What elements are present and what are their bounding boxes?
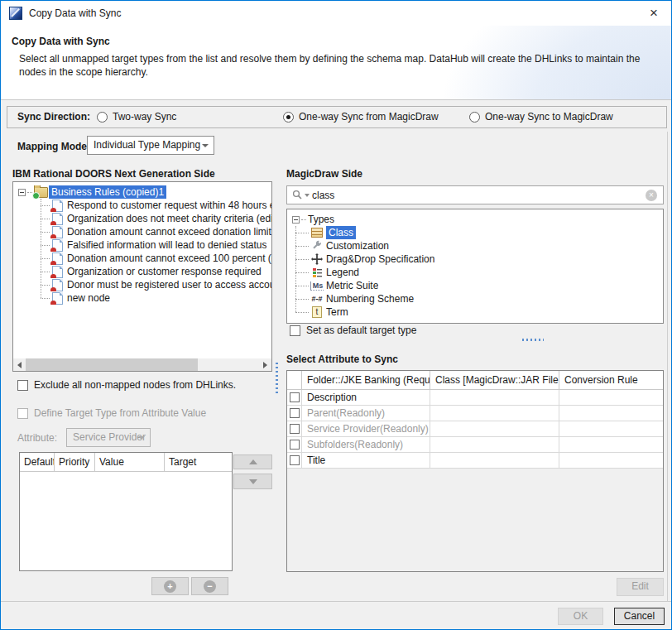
ok-button[interactable]: OK: [558, 608, 603, 625]
checkbox-icon[interactable]: [290, 408, 300, 418]
tree-node-label[interactable]: Legend: [326, 267, 359, 278]
clear-search-icon[interactable]: ×: [646, 190, 657, 201]
splitter-handle-vertical[interactable]: [276, 363, 278, 394]
tree-node-customization[interactable]: Customization: [287, 239, 663, 252]
tree-node[interactable]: Donation amount cannot exceed donation l…: [13, 225, 271, 238]
checkbox-icon[interactable]: [290, 440, 300, 450]
table-row[interactable]: Description: [287, 390, 663, 406]
column-header[interactable]: Folder::/JKE Banking (Requi...: [302, 371, 430, 390]
tree-node-metric-suite[interactable]: Ms Metric Suite: [287, 279, 663, 292]
horizontal-scrollbar[interactable]: [13, 358, 271, 371]
checkbox-icon[interactable]: [290, 424, 300, 434]
column-header[interactable]: Default: [20, 453, 55, 472]
scroll-right-icon[interactable]: [259, 358, 271, 371]
tree-node-label[interactable]: Donation amount cannot exceed 100 percen…: [67, 252, 271, 264]
radio-one-way-to-magicdraw[interactable]: One-way Sync to MagicDraw: [469, 111, 613, 123]
tree-node[interactable]: new node: [13, 291, 271, 305]
attribute-name[interactable]: Parent(Readonly): [302, 406, 430, 421]
tree-node-label-selected[interactable]: Class: [326, 226, 356, 239]
tree-node-numbering-scheme[interactable]: #-# Numbering Scheme: [287, 292, 663, 305]
conversion-rule[interactable]: [559, 437, 663, 453]
doors-tree[interactable]: Business Rules (copied)1 Respond to cust…: [12, 181, 272, 372]
tree-node-label[interactable]: Organization does not meet charity crite…: [67, 213, 271, 224]
conversion-rule[interactable]: [559, 390, 663, 406]
mapped-attribute[interactable]: [430, 390, 559, 406]
checkbox-icon[interactable]: [290, 392, 300, 402]
tree-node-class[interactable]: Class: [287, 226, 663, 239]
mapped-attribute[interactable]: [430, 453, 559, 469]
column-header[interactable]: Priority: [55, 453, 95, 472]
radio-icon[interactable]: [469, 112, 480, 123]
tree-node-types-root[interactable]: Types: [287, 213, 663, 226]
tree-node-label[interactable]: Drag&Drop Specification: [326, 253, 434, 265]
search-options-caret-icon[interactable]: [305, 194, 310, 197]
checkbox-icon[interactable]: [290, 455, 300, 465]
move-down-button[interactable]: [233, 474, 272, 489]
tree-node-legend[interactable]: Legend: [287, 266, 663, 279]
move-up-button[interactable]: [233, 454, 272, 469]
table-row[interactable]: Service Provider(Readonly): [287, 421, 663, 437]
tree-node-dragdrop[interactable]: Drag&Drop Specification: [287, 252, 663, 266]
tree-node-root[interactable]: Business Rules (copied)1: [13, 185, 271, 199]
tree-node-label[interactable]: Numbering Scheme: [326, 293, 414, 305]
close-icon[interactable]: ×: [643, 3, 665, 23]
search-icon[interactable]: [292, 190, 310, 200]
tree-node[interactable]: Organization or customer response requir…: [13, 265, 271, 278]
table-row[interactable]: Title: [287, 453, 663, 469]
mapped-attribute[interactable]: [430, 406, 559, 421]
types-tree[interactable]: Types Class Customization Drag&Drop Spec: [286, 209, 664, 324]
set-default-target-checkbox[interactable]: Set as default target type: [290, 325, 416, 336]
remove-row-button[interactable]: −: [191, 577, 228, 595]
conversion-rule[interactable]: [559, 406, 663, 421]
column-header[interactable]: Target: [165, 453, 232, 472]
column-header[interactable]: Value: [95, 453, 165, 472]
column-header[interactable]: Conversion Rule: [559, 371, 663, 390]
scroll-left-icon[interactable]: [13, 358, 26, 371]
attribute-sync-table[interactable]: Folder::/JKE Banking (Requi... Class [Ma…: [286, 370, 664, 572]
title-bar[interactable]: Copy Data with Sync ×: [1, 1, 671, 26]
tree-node-label[interactable]: Metric Suite: [326, 280, 378, 291]
checkbox-icon[interactable]: [17, 380, 28, 391]
tree-node-label[interactable]: new node: [67, 292, 110, 304]
tree-node-label[interactable]: Donor must be registered user to access …: [67, 279, 271, 291]
tree-node[interactable]: Donor must be registered user to access …: [13, 278, 271, 291]
attribute-name[interactable]: Description: [302, 390, 430, 406]
search-input[interactable]: [312, 190, 646, 201]
type-search-box[interactable]: ×: [286, 185, 664, 204]
attribute-name[interactable]: Subfolders(Readonly): [302, 437, 430, 453]
exclude-nonmapped-checkbox[interactable]: Exclude all non-mapped nodes from DHLink…: [17, 379, 236, 391]
column-header[interactable]: Class [MagicDraw::JAR File ...: [430, 371, 559, 390]
tree-node[interactable]: Donation amount cannot exceed 100 percen…: [13, 252, 271, 265]
collapse-icon[interactable]: [18, 189, 26, 196]
tree-node[interactable]: Falsified information will lead to denie…: [13, 238, 271, 252]
radio-icon[interactable]: [97, 112, 108, 123]
tree-node-term[interactable]: t Term: [287, 305, 663, 319]
conversion-rule[interactable]: [559, 453, 663, 469]
tree-node[interactable]: Respond to customer request within 48 ho…: [13, 199, 271, 212]
tree-node[interactable]: Organization does not meet charity crite…: [13, 212, 271, 225]
table-row[interactable]: Subfolders(Readonly): [287, 437, 663, 453]
tree-node-label[interactable]: Term: [326, 306, 348, 318]
tree-node-label-selected[interactable]: Business Rules (copied)1: [49, 185, 166, 199]
radio-two-way-sync[interactable]: Two-way Sync: [97, 111, 176, 123]
tree-node-label[interactable]: Customization: [326, 240, 389, 252]
cancel-button[interactable]: Cancel: [614, 608, 665, 625]
tree-node-label[interactable]: Organization or customer response requir…: [67, 266, 262, 277]
scrollbar-thumb[interactable]: [26, 358, 198, 371]
splitter-handle-horizontal[interactable]: [522, 339, 544, 341]
tree-node-label[interactable]: Falsified information will lead to denie…: [67, 239, 266, 251]
collapse-icon[interactable]: [292, 216, 300, 224]
attribute-name[interactable]: Title: [302, 453, 430, 469]
tree-node-label[interactable]: Types: [308, 214, 334, 225]
radio-one-way-from-magicdraw[interactable]: One-way Sync from MagicDraw: [283, 111, 439, 123]
attribute-name[interactable]: Service Provider(Readonly): [302, 421, 430, 437]
attribute-value-table[interactable]: Default Priority Value Target: [19, 452, 233, 571]
radio-icon-selected[interactable]: [283, 112, 294, 123]
table-row[interactable]: Parent(Readonly): [287, 406, 663, 421]
edit-button[interactable]: Edit: [617, 578, 664, 596]
mapped-attribute[interactable]: [430, 421, 559, 437]
checkbox-icon[interactable]: [290, 325, 300, 336]
tree-node-label[interactable]: Donation amount cannot exceed donation l…: [67, 226, 271, 238]
mapped-attribute[interactable]: [430, 437, 559, 453]
add-row-button[interactable]: +: [151, 577, 189, 595]
